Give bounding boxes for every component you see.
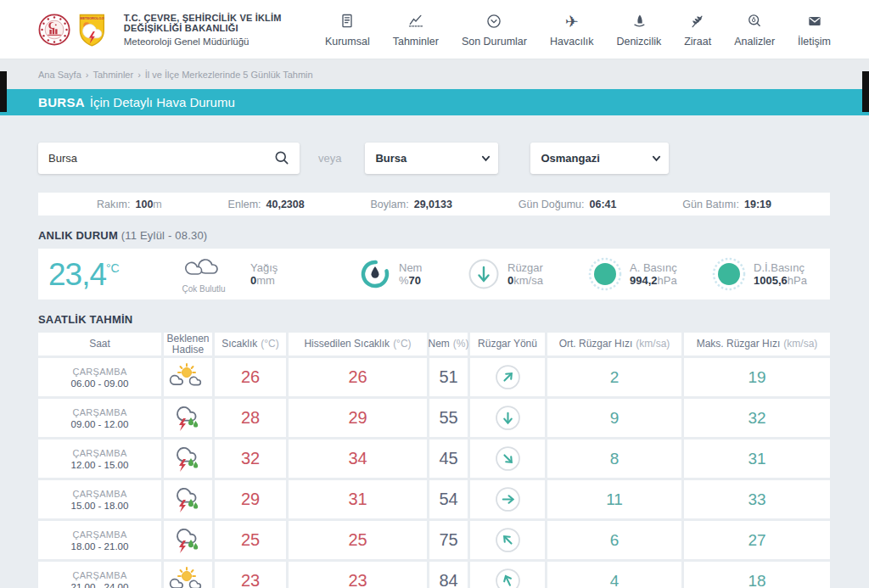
nav-item-iletisim[interactable]: İletişim [798, 12, 831, 48]
nav-item-denizcilik[interactable]: Denizcilik [616, 12, 661, 48]
table-row: ÇARŞAMBA18.00 - 21.00 25 25 75 6 27 [38, 521, 830, 559]
table-row: ÇARŞAMBA15.00 - 18.00 29 31 54 11 33 [38, 480, 830, 518]
breadcrumb-separator: › [137, 70, 141, 80]
clock-circle-icon [485, 12, 502, 31]
breadcrumb-tahminler-link[interactable]: Tahminler [93, 70, 133, 80]
table-row: ÇARŞAMBA12.00 - 15.00 32 34 45 8 31 [38, 440, 830, 478]
wind-direction-arrow-icon [495, 364, 521, 390]
max-wind-cell: 18 [684, 562, 830, 588]
nav-label: Kurumsal [325, 36, 370, 48]
right-edge-bar [862, 71, 869, 112]
wind-metric: Rüzgar 0km/sa [468, 258, 588, 290]
wind-direction-cell [470, 440, 545, 478]
breadcrumb-home-link[interactable]: Ana Sayfa [38, 70, 81, 80]
current-temperature: 23,4 °C [48, 259, 157, 290]
nav-item-son-durumlar[interactable]: Son Durumlar [462, 12, 527, 48]
document-icon [339, 12, 356, 31]
nav-item-analizler[interactable]: Analizler [734, 12, 775, 48]
precipitation-metric: Yağış 0mm [250, 261, 359, 287]
avg-wind-cell: 8 [547, 440, 681, 478]
column-header: Hissedilen Sıcaklık(°C) [289, 333, 427, 356]
humidity-metric: Nem %70 [359, 258, 468, 290]
nav-item-ziraat[interactable]: Ziraat [684, 12, 711, 48]
breadcrumb: Ana Sayfa › Tahminler › İl ve İlçe Merke… [0, 59, 869, 89]
thunderstorm-icon [169, 445, 208, 473]
or-label: veya [318, 152, 341, 165]
wheat-icon [689, 12, 706, 31]
district-select[interactable]: Osmangazi [530, 143, 669, 174]
temperature-cell: 25 [215, 521, 286, 559]
pressure-icon [588, 257, 622, 291]
breadcrumb-current-page: İl ve İlçe Merkezlerinde 5 Günlük Tahmin [145, 70, 313, 80]
location-info-bar: Rakım:100m Enlem:40,2308 Boylam:29,0133 … [38, 193, 830, 216]
current-section-title: ANLIK DURUM (11 Eylül - 08.30) [38, 229, 830, 242]
column-header: Maks. Rüzgar Hızı(km/sa) [684, 333, 830, 356]
humidity-cell: 54 [429, 480, 468, 518]
airplane-icon: ✈ [565, 12, 579, 31]
table-row: ÇARŞAMBA09.00 - 12.00 28 29 55 9 32 [38, 399, 830, 437]
latitude-info: Enlem:40,2308 [228, 199, 305, 210]
thunderstorm-icon [169, 404, 208, 433]
condition-cell [164, 480, 212, 518]
column-header: Saat [38, 333, 161, 356]
condition-cell [164, 521, 212, 559]
condition-cell [164, 562, 212, 588]
current-conditions-card: 23,4 °C Çok Bulutlu Yağış 0mm [38, 249, 830, 300]
location-search-row: veya Bursa Osmangazi [38, 143, 830, 174]
humidity-gauge-icon [359, 258, 391, 290]
breadcrumb-separator: › [86, 70, 89, 80]
nav-label: Ziraat [684, 36, 711, 48]
max-wind-cell: 32 [684, 399, 830, 437]
province-select-wrap: Bursa [365, 143, 498, 174]
wind-direction-cell [470, 521, 545, 559]
humidity-cell: 84 [429, 562, 468, 588]
feels-like-cell: 29 [289, 399, 427, 437]
temperature-cell: 23 [215, 562, 286, 588]
time-cell: ÇARŞAMBA06.00 - 09.00 [38, 358, 161, 396]
partly-cloudy-icon [169, 363, 208, 392]
column-header: Nem(%) [429, 333, 468, 356]
wind-direction-icon [468, 258, 500, 290]
time-cell: ÇARŞAMBA21.00 - 24.00 [38, 562, 161, 588]
feels-like-cell: 31 [289, 480, 427, 518]
longitude-info: Boylam:29,0133 [371, 199, 452, 210]
nav-item-tahminler[interactable]: Tahminler [393, 12, 439, 48]
pressure-icon [712, 257, 746, 291]
condition-cell [164, 440, 212, 478]
main-nav: Kurumsal Tahminler Son Durumlar ✈ Havacı… [325, 12, 831, 48]
nav-item-kurumsal[interactable]: Kurumsal [325, 12, 370, 48]
nav-label: Analizler [734, 36, 775, 48]
time-cell: ÇARŞAMBA18.00 - 21.00 [38, 521, 161, 559]
temperature-cell: 32 [215, 440, 286, 478]
temperature-cell: 28 [215, 399, 286, 437]
nav-item-havacilik[interactable]: ✈ Havacılık [550, 12, 593, 48]
humidity-cell: 75 [429, 521, 468, 559]
altitude-info: Rakım:100m [97, 199, 162, 210]
hourly-section-title: SAATLİK TAHMİN [38, 313, 830, 326]
drop-magnifier-icon [746, 12, 763, 31]
ministry-name: T.C. ÇEVRE, ŞEHİRCİLİK VE İKLİM DEĞİŞİKL… [124, 13, 325, 33]
search-button[interactable] [271, 148, 293, 170]
wind-direction-cell [470, 480, 545, 518]
meteoroloji-shield-logo: METEOROLOJI [79, 7, 105, 53]
column-header: Beklenen Hadise [164, 333, 212, 356]
wind-direction-cell [470, 399, 545, 437]
feels-like-cell: 23 [289, 562, 427, 588]
thunderstorm-icon [169, 526, 208, 555]
site-header: METEOROLOJI T.C. ÇEVRE, ŞEHİRCİLİK VE İK… [0, 0, 869, 59]
sea-level-pressure-metric: D.İ.Basınç 1005,6hPa [712, 257, 807, 291]
city-search-input[interactable] [38, 143, 300, 174]
envelope-icon [806, 12, 823, 31]
wind-direction-arrow-icon [495, 405, 521, 431]
avg-wind-cell: 2 [547, 358, 681, 396]
search-icon [273, 149, 290, 166]
time-cell: ÇARŞAMBA09.00 - 12.00 [38, 399, 161, 437]
left-edge-bar [0, 71, 7, 112]
province-select[interactable]: Bursa [365, 143, 498, 174]
feels-like-cell: 25 [289, 521, 427, 559]
condition-cell [164, 358, 212, 396]
max-wind-cell: 19 [684, 358, 830, 396]
sailboat-icon [631, 12, 648, 31]
ministry-title-block: T.C. ÇEVRE, ŞEHİRCİLİK VE İKLİM DEĞİŞİKL… [124, 13, 325, 47]
column-header: Sıcaklık(°C) [215, 333, 286, 356]
